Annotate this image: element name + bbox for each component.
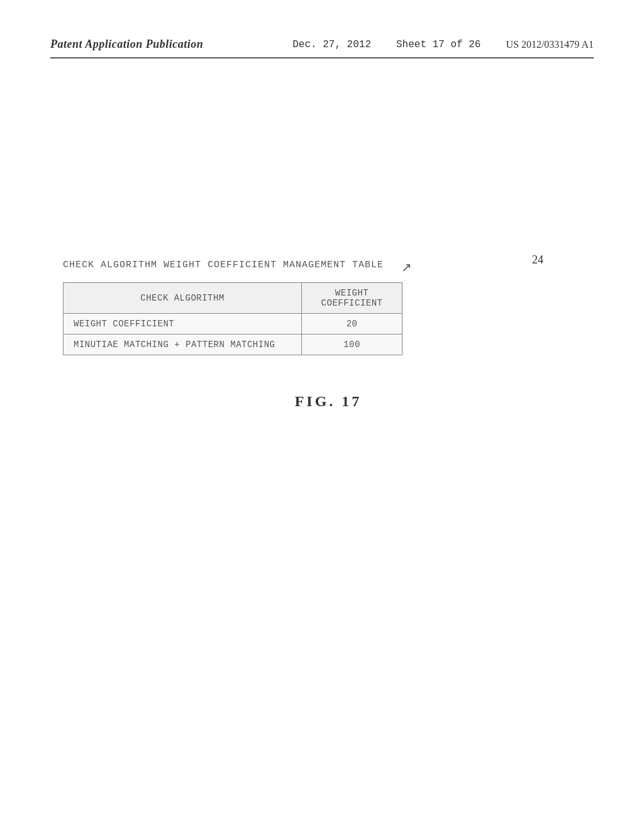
column-header-weight: WEIGHTCOEFFICIENT — [302, 283, 402, 314]
table-header-row: CHECK ALGORITHM WEIGHTCOEFFICIENT — [64, 283, 402, 314]
table-row: WEIGHT COEFFICIENT 20 — [64, 314, 402, 335]
publication-date: Dec. 27, 2012 — [292, 39, 371, 50]
header: Patent Application Publication Dec. 27, … — [50, 38, 594, 58]
patent-number: US 2012/0331479 A1 — [506, 39, 594, 50]
data-table: CHECK ALGORITHM WEIGHTCOEFFICIENT WEIGHT… — [63, 282, 402, 355]
figure-number-ref: 24 — [532, 253, 543, 267]
coefficient-cell-2: 100 — [302, 335, 402, 355]
page-container: Patent Application Publication Dec. 27, … — [0, 0, 644, 830]
header-info: Dec. 27, 2012 Sheet 17 of 26 US 2012/033… — [292, 39, 594, 50]
figure-caption: FIG. 17 — [63, 393, 594, 410]
arrow-symbol: ↗ — [401, 260, 412, 275]
table-label-row: CHECK ALGORITHM WEIGHT COEFFICIENT MANAG… — [63, 260, 594, 275]
main-content: CHECK ALGORITHM WEIGHT COEFFICIENT MANAG… — [50, 260, 594, 410]
header-left: Patent Application Publication — [50, 38, 203, 51]
algorithm-cell-1: WEIGHT COEFFICIENT — [64, 314, 302, 335]
table-title: CHECK ALGORITHM WEIGHT COEFFICIENT MANAG… — [63, 260, 384, 270]
patent-publication-title: Patent Application Publication — [50, 38, 203, 51]
sheet-info: Sheet 17 of 26 — [396, 39, 480, 50]
algorithm-cell-2: MINUTIAE MATCHING + PATTERN MATCHING — [64, 335, 302, 355]
coefficient-cell-1: 20 — [302, 314, 402, 335]
table-row: MINUTIAE MATCHING + PATTERN MATCHING 100 — [64, 335, 402, 355]
column-header-algorithm: CHECK ALGORITHM — [64, 283, 302, 314]
